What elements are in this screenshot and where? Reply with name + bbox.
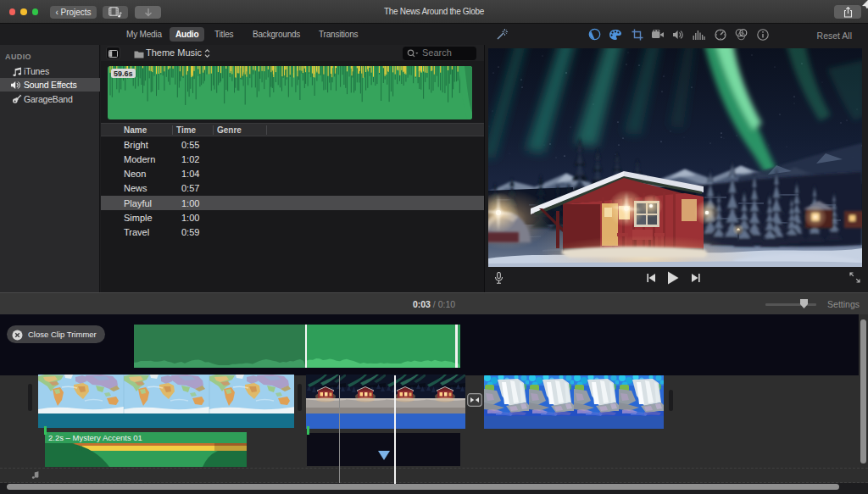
svg-text:2.2s – Mystery Accents 01: 2.2s – Mystery Accents 01 <box>48 433 142 442</box>
